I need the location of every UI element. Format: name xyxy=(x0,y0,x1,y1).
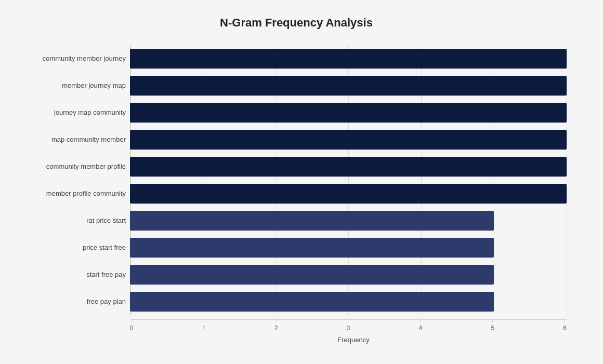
x-tick-label: 5 xyxy=(491,325,494,332)
bar-row: member profile community xyxy=(130,180,567,207)
bar xyxy=(130,211,494,231)
bar-label: start free pay xyxy=(14,271,126,278)
bar-label: community member profile xyxy=(14,163,126,170)
bar xyxy=(130,157,567,177)
bar xyxy=(130,103,567,123)
x-tick: 5 xyxy=(491,319,494,332)
bar-label: rat price start xyxy=(14,217,126,224)
x-tick-label: 2 xyxy=(274,325,278,332)
bar-label: price start free xyxy=(14,244,126,251)
x-tick: 4 xyxy=(419,319,423,332)
bar-label: free pay plan xyxy=(14,298,126,305)
bar-row: map community member xyxy=(130,126,567,153)
bar-label: map community member xyxy=(14,136,126,143)
x-axis-label: Frequency xyxy=(130,336,577,344)
x-tick: 1 xyxy=(202,319,206,332)
bar-label: member profile community xyxy=(14,190,126,197)
bar xyxy=(130,130,567,150)
x-tick: 3 xyxy=(347,319,350,332)
bar-row: journey map community xyxy=(130,99,567,126)
x-tick: 2 xyxy=(274,319,278,332)
bar-label: journey map community xyxy=(14,109,126,116)
chart-container: N-Gram Frequency Analysis community memb… xyxy=(5,6,598,359)
bar-row: start free pay xyxy=(130,261,567,288)
bar xyxy=(130,265,494,285)
bars-container: community member journeymember journey m… xyxy=(130,45,567,315)
x-axis: 0123456 xyxy=(130,319,567,332)
x-tick-label: 4 xyxy=(419,325,423,332)
x-tick-label: 1 xyxy=(202,325,206,332)
bar xyxy=(130,49,567,69)
bar-label: member journey map xyxy=(14,82,126,89)
bar xyxy=(130,76,567,96)
x-tick-label: 6 xyxy=(563,325,567,332)
bar xyxy=(130,292,494,312)
bar-row: rat price start xyxy=(130,207,567,234)
x-tick-label: 0 xyxy=(130,325,134,332)
bar xyxy=(130,184,567,204)
bar-label: community member journey xyxy=(14,55,126,62)
grid-line xyxy=(567,45,567,315)
x-tick: 0 xyxy=(130,319,134,332)
bar-row: community member journey xyxy=(130,45,567,72)
x-tick: 6 xyxy=(563,319,567,332)
bar-row: community member profile xyxy=(130,153,567,180)
bar-row: member journey map xyxy=(130,72,567,99)
bar xyxy=(130,238,494,258)
chart-title: N-Gram Frequency Analysis xyxy=(16,16,577,30)
bar-row: free pay plan xyxy=(130,288,567,315)
bar-row: price start free xyxy=(130,234,567,261)
x-tick-label: 3 xyxy=(347,325,350,332)
